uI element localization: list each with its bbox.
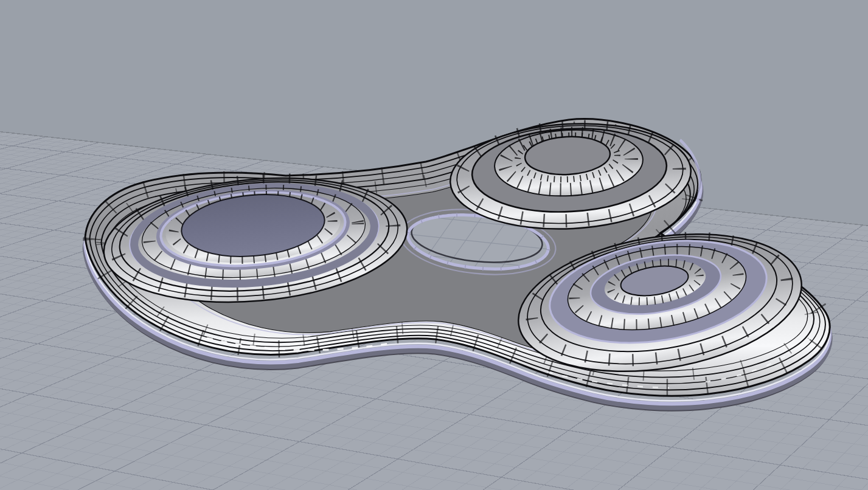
viewport[interactable] xyxy=(0,0,868,490)
scene-svg xyxy=(0,0,868,490)
